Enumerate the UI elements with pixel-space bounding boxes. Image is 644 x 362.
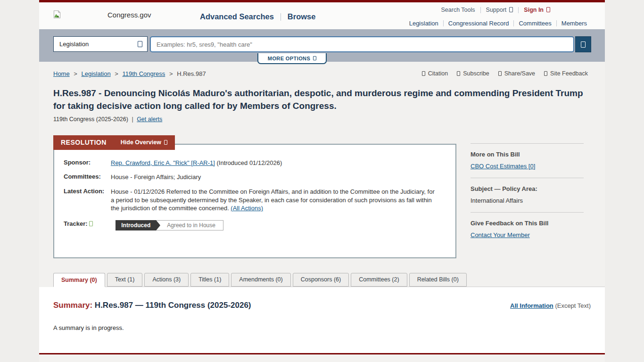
tracker-label: Tracker: — [64, 220, 93, 230]
more-options-button[interactable]: MORE OPTIONS — [257, 53, 327, 64]
tab-amendments[interactable]: Amendments (0) — [231, 273, 290, 287]
breadcrumb-separator: > — [74, 70, 77, 77]
congress-line: 119th Congress (2025-2026) | Get alerts — [53, 116, 591, 123]
tracker-row: Tracker: Introduced Agreed to in House — [64, 220, 446, 230]
search-input[interactable] — [150, 36, 574, 52]
share-placeholder-icon — [498, 71, 502, 76]
search-placeholder-icon — [581, 41, 586, 48]
search-button[interactable] — [575, 36, 591, 52]
divider — [518, 7, 519, 13]
page-title: H.Res.987 - Denouncing Nicolás Maduro's … — [53, 87, 591, 113]
tab-related-bills[interactable]: Related Bills (0) — [409, 273, 467, 287]
subscribe-placeholder-icon — [457, 71, 460, 76]
summary-panel: Summary: H.Res.987 — 119th Congress (202… — [39, 287, 605, 353]
sign-in-label: Sign In — [524, 7, 544, 13]
tab-committees[interactable]: Committees (2) — [351, 273, 407, 287]
broken-image-icon — [53, 10, 61, 20]
nav-committees[interactable]: Committees — [519, 20, 551, 27]
all-information-link[interactable]: All Information — [510, 302, 553, 309]
get-alerts-link[interactable]: Get alerts — [137, 116, 162, 123]
contact-your-member-link[interactable]: Contact Your Member — [471, 231, 530, 239]
search-band: Legislation MORE OPTIONS — [39, 29, 605, 62]
search-scope-select[interactable]: Legislation — [53, 36, 148, 52]
tracker-step-introduced: Introduced — [116, 220, 156, 230]
divider — [471, 178, 584, 178]
subscribe-label: Subscribe — [463, 70, 489, 77]
give-feedback-heading: Give Feedback on This Bill — [471, 220, 584, 227]
latest-action-label: Latest Action: — [64, 188, 107, 213]
site-feedback-label: Site Feedback — [550, 70, 588, 77]
sponsor-label: Sponsor: — [64, 159, 107, 167]
site-feedback-button[interactable]: Site Feedback — [544, 70, 588, 77]
nav-advanced-searches[interactable]: Advanced Searches — [200, 12, 274, 21]
nav-congressional-record[interactable]: Congressional Record — [448, 20, 509, 27]
tab-text[interactable]: Text (1) — [107, 273, 143, 287]
primary-nav: Advanced Searches Browse — [200, 12, 315, 21]
summary-heading-label: Summary: — [53, 301, 92, 310]
tab-cosponsors[interactable]: Cosponsors (6) — [293, 273, 349, 287]
nav-browse[interactable]: Browse — [288, 12, 316, 21]
more-options-label: MORE OPTIONS — [268, 56, 310, 61]
breadcrumb-separator: > — [169, 70, 173, 77]
citation-button[interactable]: Citation — [422, 70, 448, 77]
subscribe-button[interactable]: Subscribe — [457, 70, 489, 77]
right-sidebar: More on This Bill CBO Cost Estimates [0]… — [471, 143, 584, 258]
feedback-placeholder-icon — [544, 71, 547, 76]
committees-value: House - Foreign Affairs; Judiciary — [111, 173, 201, 181]
utility-nav: Search Tools Support Sign In — [441, 7, 551, 13]
latest-action-value: House - 01/12/2026 Referred to the Commi… — [111, 188, 436, 213]
all-actions-link[interactable]: (All Actions) — [231, 205, 263, 212]
sponsor-link[interactable]: Rep. Crawford, Eric A. "Rick" [R-AR-1] — [111, 159, 215, 166]
more-on-bill-heading: More on This Bill — [471, 151, 584, 158]
summary-heading: Summary: H.Res.987 — 119th Congress (202… — [53, 301, 251, 310]
caret-placeholder-icon — [313, 56, 316, 60]
nav-members[interactable]: Members — [561, 20, 587, 27]
breadcrumb-legislation[interactable]: Legislation — [82, 70, 111, 77]
committees-row: Committees: House - Foreign Affairs; Jud… — [64, 173, 446, 181]
cbo-cost-estimates-link[interactable]: CBO Cost Estimates [0] — [471, 163, 535, 170]
breadcrumb-home[interactable]: Home — [53, 70, 70, 77]
page-tools: Citation Subscribe Share/Save Site Feedb… — [422, 70, 588, 77]
hide-overview-label: Hide Overview — [121, 139, 161, 146]
nav-search-tools[interactable]: Search Tools — [441, 7, 475, 13]
breadcrumb-119th-congress[interactable]: 119th Congress — [123, 70, 165, 77]
breadcrumb: Home > Legislation > 119th Congress > H.… — [53, 70, 206, 77]
caret-placeholder-icon — [546, 7, 550, 12]
divider — [480, 7, 481, 13]
sponsor-value: Rep. Crawford, Eric A. "Rick" [R-AR-1] (… — [111, 159, 282, 167]
tab-titles[interactable]: Titles (1) — [190, 273, 229, 287]
share-save-label: Share/Save — [504, 70, 535, 77]
nav-support[interactable]: Support — [486, 7, 513, 13]
divider — [443, 20, 444, 26]
hide-overview-button[interactable]: Hide Overview — [121, 139, 167, 146]
divider: | — [132, 116, 133, 123]
subject-policy-area-heading: Subject — Policy Area: — [471, 185, 584, 192]
all-information: All Information (Except Text) — [510, 302, 591, 309]
divider — [513, 20, 514, 26]
overview-box: Sponsor: Rep. Crawford, Eric A. "Rick" [… — [53, 144, 456, 258]
brand-label[interactable]: Congress.gov — [107, 11, 151, 19]
tab-summary[interactable]: Summary (0) — [53, 273, 105, 287]
divider — [556, 20, 557, 26]
sponsor-row: Sponsor: Rep. Crawford, Eric A. "Rick" [… — [64, 159, 446, 167]
info-placeholder-icon[interactable] — [89, 221, 93, 226]
breadcrumb-separator: > — [115, 70, 118, 77]
nav-support-label: Support — [486, 7, 507, 13]
divider — [281, 13, 281, 21]
sign-in-link[interactable]: Sign In — [524, 7, 550, 13]
latest-action-row: Latest Action: House - 01/12/2026 Referr… — [64, 188, 446, 213]
divider — [471, 143, 584, 144]
site-header: Congress.gov Advanced Searches Browse Se… — [39, 2, 605, 29]
site-footer: Congress.gov — [39, 353, 605, 362]
nav-legislation[interactable]: Legislation — [409, 20, 438, 27]
bill-type-banner: RESOLUTION Hide Overview — [53, 135, 175, 150]
bill-overview: RESOLUTION Hide Overview Sponsor: Rep. C… — [53, 135, 456, 258]
bill-tabs: Summary (0) Text (1) Actions (3) Titles … — [53, 273, 605, 287]
bill-type-badge: RESOLUTION — [61, 139, 107, 146]
chevron-up-placeholder-icon — [164, 140, 167, 145]
tab-actions[interactable]: Actions (3) — [144, 273, 189, 287]
summary-body: A summary is in progress. — [53, 324, 591, 331]
dropdown-arrow-placeholder-icon — [138, 41, 142, 47]
policy-area-value: International Affairs — [471, 197, 584, 204]
share-save-button[interactable]: Share/Save — [498, 70, 535, 77]
